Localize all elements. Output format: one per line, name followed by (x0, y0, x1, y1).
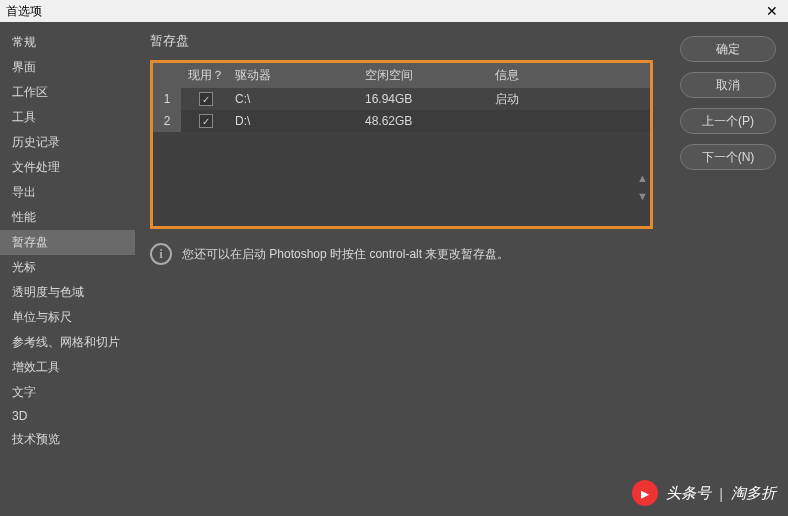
panel-title: 暂存盘 (150, 32, 653, 50)
watermark-icon: ▸ (632, 480, 658, 506)
checkbox-icon[interactable]: ✓ (199, 92, 213, 106)
table-row[interactable]: 2✓D:\48.62GB (153, 110, 650, 132)
move-up-icon[interactable]: ▲ (637, 172, 648, 184)
sidebar-item-15[interactable]: 3D (0, 405, 135, 427)
ok-button[interactable]: 确定 (680, 36, 776, 62)
sidebar-item-12[interactable]: 参考线、网格和切片 (0, 330, 135, 355)
next-button[interactable]: 下一个(N) (680, 144, 776, 170)
sidebar-item-14[interactable]: 文字 (0, 380, 135, 405)
cell-free: 48.62GB (361, 114, 491, 128)
row-number: 1 (153, 88, 181, 110)
watermark-source: 头条号 (666, 484, 711, 503)
cell-drive: C:\ (231, 92, 361, 106)
header-use: 现用？ (181, 67, 231, 84)
sidebar-item-0[interactable]: 常规 (0, 30, 135, 55)
cell-free: 16.94GB (361, 92, 491, 106)
window-title: 首选项 (6, 3, 42, 20)
sidebar-item-4[interactable]: 历史记录 (0, 130, 135, 155)
sidebar: 常规界面工作区工具历史记录文件处理导出性能暂存盘光标透明度与色域单位与标尺参考线… (0, 22, 135, 474)
table-row[interactable]: 1✓C:\16.94GB启动 (153, 88, 650, 110)
sidebar-item-16[interactable]: 技术预览 (0, 427, 135, 452)
sidebar-item-6[interactable]: 导出 (0, 180, 135, 205)
close-icon[interactable]: ✕ (762, 3, 782, 19)
watermark: ▸ 头条号 | 淘多折 (632, 480, 776, 506)
sidebar-item-2[interactable]: 工作区 (0, 80, 135, 105)
sidebar-item-5[interactable]: 文件处理 (0, 155, 135, 180)
header-drive: 驱动器 (231, 67, 361, 84)
sidebar-item-3[interactable]: 工具 (0, 105, 135, 130)
watermark-name: 淘多折 (731, 484, 776, 503)
sidebar-item-13[interactable]: 增效工具 (0, 355, 135, 380)
sidebar-item-11[interactable]: 单位与标尺 (0, 305, 135, 330)
prev-button[interactable]: 上一个(P) (680, 108, 776, 134)
sidebar-item-8[interactable]: 暂存盘 (0, 230, 135, 255)
info-icon: i (150, 243, 172, 265)
sidebar-item-9[interactable]: 光标 (0, 255, 135, 280)
sidebar-item-7[interactable]: 性能 (0, 205, 135, 230)
checkbox-icon[interactable]: ✓ (199, 114, 213, 128)
header-free: 空闲空间 (361, 67, 491, 84)
header-info: 信息 (491, 67, 650, 84)
cell-drive: D:\ (231, 114, 361, 128)
row-number: 2 (153, 110, 181, 132)
sidebar-item-10[interactable]: 透明度与色域 (0, 280, 135, 305)
scratch-disk-table: 现用？ 驱动器 空闲空间 信息 1✓C:\16.94GB启动2✓D:\48.62… (150, 60, 653, 229)
cell-info: 启动 (491, 91, 650, 108)
move-down-icon[interactable]: ▼ (637, 190, 648, 202)
cancel-button[interactable]: 取消 (680, 72, 776, 98)
sidebar-item-1[interactable]: 界面 (0, 55, 135, 80)
hint-text: 您还可以在启动 Photoshop 时按住 control-alt 来更改暂存盘… (182, 246, 509, 263)
